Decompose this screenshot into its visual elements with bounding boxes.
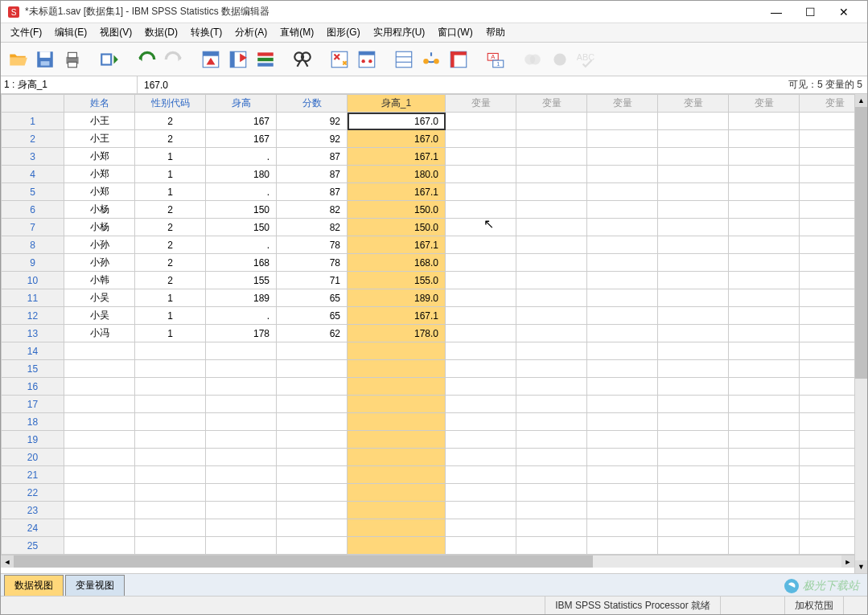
cell-empty[interactable] (729, 148, 800, 166)
cell-height[interactable]: 150 (206, 201, 277, 219)
cell-empty[interactable] (206, 360, 277, 378)
menu-view[interactable]: 视图(V) (93, 24, 138, 41)
row-header[interactable]: 4 (2, 166, 64, 183)
use-sets-button[interactable]: A1 (483, 47, 508, 72)
cell-empty[interactable] (729, 183, 800, 201)
scroll-thumb[interactable] (14, 556, 593, 568)
cell-sex[interactable]: 1 (135, 325, 206, 342)
cell-empty[interactable] (729, 466, 800, 484)
cell-height[interactable]: 167 (206, 130, 277, 148)
row-header[interactable]: 20 (2, 449, 64, 466)
cell-height1[interactable]: 155.0 (348, 272, 446, 289)
table-row[interactable]: 16 (2, 378, 855, 396)
cell-empty[interactable] (348, 431, 446, 449)
cell-score[interactable]: 87 (277, 183, 348, 201)
cell-empty[interactable] (516, 502, 587, 519)
cell-empty[interactable] (658, 272, 729, 289)
cell-score[interactable]: 92 (277, 130, 348, 148)
cell-sex[interactable]: 2 (135, 201, 206, 219)
cell-empty[interactable] (206, 378, 277, 396)
scroll-left-button[interactable]: ◄ (1, 556, 14, 568)
cell-empty[interactable] (64, 431, 135, 449)
vertical-scrollbar[interactable]: ▲ ▼ (854, 94, 867, 573)
cell-empty[interactable] (729, 325, 800, 342)
cell-empty[interactable] (729, 413, 800, 431)
table-row[interactable]: 15 (2, 360, 855, 378)
cell-height1[interactable]: 167.0 (348, 130, 446, 148)
cell-empty[interactable] (446, 307, 516, 325)
cell-empty[interactable] (135, 360, 206, 378)
cell-empty[interactable] (658, 413, 729, 431)
table-row[interactable]: 9小孙216878168.0 (2, 254, 855, 272)
recall-dialog-button[interactable] (97, 47, 121, 72)
cell-empty[interactable] (516, 431, 587, 449)
cell-score[interactable]: 62 (277, 325, 348, 342)
cell-empty[interactable] (277, 502, 348, 519)
cell-empty[interactable] (729, 272, 800, 289)
cell-empty[interactable] (64, 449, 135, 466)
cell-empty[interactable] (658, 396, 729, 413)
cell-empty[interactable] (277, 466, 348, 484)
cell-empty[interactable] (658, 236, 729, 254)
find-button[interactable] (290, 47, 315, 72)
cell-empty[interactable] (729, 431, 800, 449)
cell-height[interactable]: . (206, 236, 277, 254)
col-header-score[interactable]: 分数 (277, 95, 348, 113)
cell-empty[interactable] (135, 519, 206, 537)
cell-empty[interactable] (516, 537, 587, 555)
cell-empty[interactable] (516, 396, 587, 413)
cell-empty[interactable] (800, 325, 855, 342)
scroll-up-button[interactable]: ▲ (855, 94, 867, 107)
cell-empty[interactable] (729, 484, 800, 502)
weight-cases-button[interactable] (355, 47, 379, 72)
cell-empty[interactable] (729, 342, 800, 360)
menu-analyze[interactable]: 分析(A) (228, 24, 274, 41)
cell-empty[interactable] (587, 342, 658, 360)
col-header-empty[interactable]: 变量 (446, 95, 516, 113)
row-header[interactable]: 5 (2, 183, 64, 201)
cell-empty[interactable] (658, 166, 729, 183)
cell-empty[interactable] (446, 413, 516, 431)
cell-empty[interactable] (446, 537, 516, 555)
cell-sex[interactable]: 1 (135, 307, 206, 325)
cell-empty[interactable] (135, 396, 206, 413)
cell-empty[interactable] (587, 272, 658, 289)
table-row[interactable]: 12小吴1.65167.1 (2, 307, 855, 325)
cell-sex[interactable]: 2 (135, 113, 206, 130)
cell-empty[interactable] (587, 413, 658, 431)
cell-empty[interactable] (658, 449, 729, 466)
cell-height[interactable]: 155 (206, 272, 277, 289)
cell-empty[interactable] (658, 502, 729, 519)
table-row[interactable]: 13小冯117862178.0 (2, 325, 855, 342)
cell-empty[interactable] (348, 413, 446, 431)
cell-empty[interactable] (446, 183, 516, 201)
row-header[interactable]: 3 (2, 148, 64, 166)
cell-score[interactable]: 71 (277, 272, 348, 289)
cell-name[interactable]: 小郑 (64, 148, 135, 166)
cell-empty[interactable] (64, 342, 135, 360)
cell-empty[interactable] (729, 219, 800, 236)
cell-name[interactable]: 小冯 (64, 325, 135, 342)
cell-empty[interactable] (64, 502, 135, 519)
cell-empty[interactable] (587, 148, 658, 166)
cell-height[interactable]: 167 (206, 113, 277, 130)
redo-button[interactable] (162, 47, 186, 72)
cell-empty[interactable] (446, 166, 516, 183)
row-header[interactable]: 16 (2, 378, 64, 396)
cell-empty[interactable] (587, 396, 658, 413)
cell-empty[interactable] (64, 413, 135, 431)
cell-empty[interactable] (348, 360, 446, 378)
cell-height[interactable]: 189 (206, 289, 277, 307)
col-header-height1[interactable]: 身高_1 (348, 95, 446, 113)
cell-height1[interactable]: 180.0 (348, 166, 446, 183)
col-header-sex[interactable]: 性别代码 (135, 95, 206, 113)
menu-data[interactable]: 数据(D) (138, 24, 184, 41)
cell-empty[interactable] (729, 449, 800, 466)
print-button[interactable] (60, 47, 84, 72)
cell-empty[interactable] (446, 449, 516, 466)
cell-empty[interactable] (135, 484, 206, 502)
cell-empty[interactable] (446, 360, 516, 378)
row-header[interactable]: 23 (2, 502, 64, 519)
cell-empty[interactable] (135, 431, 206, 449)
cell-empty[interactable] (348, 484, 446, 502)
